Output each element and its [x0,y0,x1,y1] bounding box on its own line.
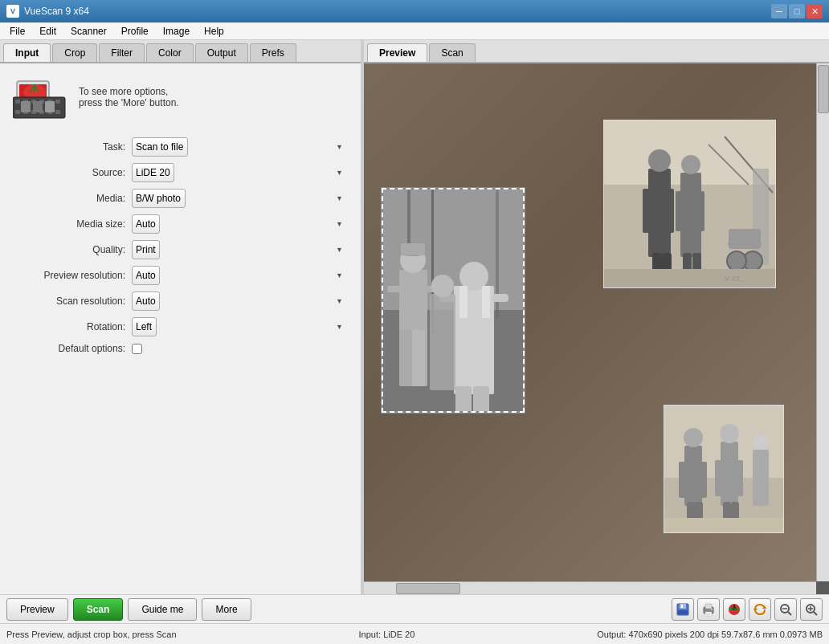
tab-crop[interactable]: Crop [52,43,97,62]
source-select-wrapper: LiDE 20 [132,163,348,182]
print-icon-button[interactable] [697,598,720,621]
rotation-select[interactable]: Left [132,317,157,336]
task-select[interactable]: Scan to file [132,137,188,157]
rotation-label: Rotation: [13,321,125,332]
svg-rect-12 [55,100,60,104]
quality-label: Quality: [13,244,125,255]
svg-rect-41 [729,229,761,249]
menu-image[interactable]: Image [157,24,196,39]
svg-rect-49 [700,462,707,498]
svg-rect-60 [664,518,784,533]
tab-prefs[interactable]: Prefs [250,43,296,62]
menu-help[interactable]: Help [198,24,231,39]
rotation-row: Rotation: Left [13,317,348,336]
svg-rect-42 [604,269,776,288]
tab-filter[interactable]: Filter [99,43,145,62]
right-icon-toolbar [672,598,823,621]
scrollbar-thumb-horizontal[interactable] [396,583,460,594]
scrollbar-thumb-vertical[interactable] [818,65,829,113]
status-input: Input: LiDE 20 [359,630,415,639]
save-icon [676,602,690,617]
photo-standing-people: V 43... [603,120,776,288]
svg-point-84 [431,275,454,297]
zoom-out-button[interactable] [774,598,797,621]
svg-rect-55 [737,460,743,496]
preview-res-row: Preview resolution: Auto [13,266,348,285]
svg-line-102 [788,612,791,615]
zoom-out-icon [778,602,793,617]
guide-button[interactable]: Guide me [128,598,197,621]
scan-res-label: Scan resolution: [13,296,125,307]
tab-input[interactable]: Input [3,43,51,62]
minimize-button[interactable]: ─ [771,4,787,18]
svg-rect-74 [412,330,425,386]
tab-color[interactable]: Color [146,43,194,62]
source-select[interactable]: LiDE 20 [132,163,174,182]
svg-rect-13 [15,110,20,114]
tab-scan[interactable]: Scan [429,43,475,62]
scan-res-row: Scan resolution: Auto [13,291,348,311]
quality-select-wrapper: Print [132,240,348,259]
zoom-in-icon [804,602,819,617]
media-size-row: Media size: Auto [13,214,348,234]
media-select[interactable]: B/W photo [132,189,186,208]
status-right: Output: 470x690 pixels 200 dpi 59.7x87.6… [597,630,823,639]
preview-area[interactable]: V 43... [364,63,829,594]
save-icon-button[interactable] [672,598,694,621]
svg-rect-21 [45,101,55,112]
menu-edit[interactable]: Edit [33,24,63,39]
svg-point-59 [753,434,769,450]
photo-beach-people [664,405,784,533]
tab-output[interactable]: Output [195,43,248,62]
svg-point-34 [681,155,700,174]
status-bar: Press Preview, adjust crop box, press Sc… [0,623,829,644]
preview-res-select-wrapper: Auto [132,266,348,285]
quality-row: Quality: Print [13,240,348,259]
svg-rect-81 [455,386,472,413]
menu-scanner[interactable]: Scanner [64,24,113,39]
menu-file[interactable]: File [3,24,31,39]
hint-icon [13,73,69,121]
quality-select[interactable]: Print [132,240,160,259]
rotation-select-wrapper: Left [132,317,348,336]
svg-rect-18 [55,110,60,114]
default-options-row: Default options: [13,343,348,354]
hint-box: To see more options, press the 'More' bu… [0,63,361,131]
preview-res-select[interactable]: Auto [132,266,160,285]
watermelon-icon-button[interactable] [723,598,745,621]
svg-point-53 [720,424,739,443]
scan-button[interactable]: Scan [73,598,124,621]
svg-point-40 [727,251,746,271]
tab-preview[interactable]: Preview [367,43,427,62]
svg-rect-73 [399,330,412,386]
rotate-icon [753,602,767,617]
bottom-toolbar: Preview Scan Guide me More [0,594,829,623]
svg-rect-48 [679,462,685,498]
media-label: Media: [13,193,125,204]
task-row: Task: Scan to file [13,137,348,157]
menu-bar: File Edit Scanner Profile Image Help [0,22,829,40]
rotate-icon-button[interactable] [749,598,771,621]
scan-res-select-wrapper: Auto [132,291,348,311]
media-size-select[interactable]: Auto [132,214,160,234]
print-icon [701,602,716,617]
svg-rect-36 [699,191,704,231]
preview-button[interactable]: Preview [6,598,68,621]
horizontal-scrollbar[interactable] [364,581,816,594]
svg-rect-70 [401,243,425,255]
menu-profile[interactable]: Profile [115,24,155,39]
svg-rect-93 [706,614,709,615]
maximize-button[interactable]: □ [789,4,805,18]
scan-res-select[interactable]: Auto [132,291,160,311]
svg-rect-19 [21,101,31,112]
vertical-scrollbar[interactable] [816,63,829,581]
svg-rect-52 [721,442,738,506]
svg-rect-58 [753,450,769,506]
status-left: Press Preview, adjust crop box, press Sc… [6,630,177,639]
preview-res-label: Preview resolution: [13,270,125,281]
more-button[interactable]: More [202,598,251,621]
close-button[interactable]: ✕ [807,4,823,18]
right-tabs: Preview Scan [364,40,829,63]
zoom-in-button[interactable] [800,598,823,621]
default-options-checkbox[interactable] [132,344,142,354]
